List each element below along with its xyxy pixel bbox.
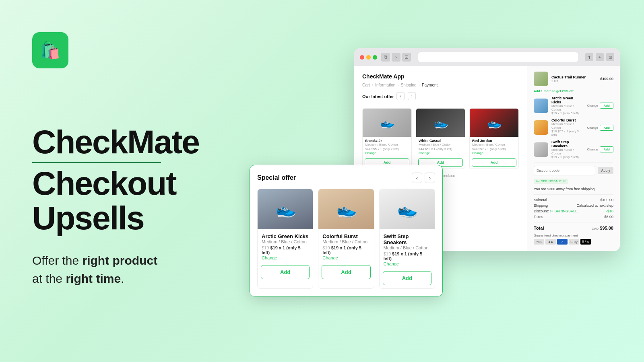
latest-offer-label: Our latest offer (362, 94, 394, 99)
popup-add-swift[interactable]: Add (383, 271, 431, 285)
left-panel: 🛍️ CheckMate Checkout Upsells Offer the … (32, 32, 233, 288)
remove-coupon-icon[interactable]: ✕ (563, 179, 566, 183)
mastercard-icon: ●● (545, 239, 556, 245)
discount-input[interactable] (534, 166, 595, 175)
change-link-swift[interactable]: Change (587, 148, 598, 151)
popup-change-colorful[interactable]: Change (322, 255, 369, 260)
apply-button[interactable]: Apply (598, 167, 613, 174)
product-card-jordan: 👟 Red Jordan Medium / Blue / Cotton $44 … (469, 108, 519, 169)
popup-product-price: $19 $19 x 1 (only 5 left) (262, 245, 309, 255)
summary-total: Total CAD $95.00 (534, 226, 613, 230)
upsell-banner[interactable]: Add 1 more to get 20% off (534, 89, 613, 93)
checkout-right-panel: Cactus Trail Runner 2 left $100.00 Add 1… (527, 66, 620, 251)
divider (534, 222, 613, 222)
offer-nav-row: Our latest offer ‹ › (362, 92, 519, 104)
breadcrumb: Cart › Information › Shipping › Payment (362, 83, 519, 87)
product-price: $44 $57 x 1 (only 5 left) (472, 147, 516, 151)
offer-nav: ‹ › (396, 92, 416, 100)
minimize-dot[interactable] (366, 55, 371, 60)
browser-navigation: ⧉ › ⊡ (381, 53, 411, 62)
popup-product-price: $19 $19 x 1 (only 5 left) (322, 245, 369, 255)
divider (534, 194, 613, 195)
product-name: Red Jordan (472, 139, 516, 143)
coupon-tag: 🏷 SPRINGSALE ✕ (534, 179, 568, 184)
popup-add-colorful[interactable]: Add (322, 265, 370, 279)
browser-traffic-lights (360, 55, 377, 60)
fullscreen-dot[interactable] (373, 55, 377, 60)
popup-product-arctic: 👟 Arctic Green Kicks Medium / Blue / Cot… (257, 189, 313, 289)
order-item-colorful: Colorful Burst Medium / Blue / Cotton $1… (534, 118, 613, 137)
url-bar[interactable] (418, 52, 578, 62)
popup-add-arctic[interactable]: Add (261, 265, 310, 279)
product-card-white: 👟 White Casual Medium / Blue / Cotton $4… (416, 108, 465, 169)
discount-row: Apply (534, 166, 613, 175)
popup-img-arctic: 👟 (258, 189, 313, 229)
add-button-jordan[interactable]: Add (472, 158, 516, 167)
popup-change-arctic[interactable]: Change (262, 255, 309, 260)
next-popup-button[interactable]: › (425, 173, 435, 183)
product-variant: Medium / Blue / Cotton (365, 143, 409, 146)
summary-subtotal: Subtotal $100.00 (534, 198, 613, 202)
product-img-jordan: 👟 (470, 109, 518, 137)
new-tab-icon[interactable]: + (596, 53, 604, 61)
summary-discount: Discount: 🏷 SPRINGSALE -$10 (534, 209, 613, 213)
prev-offer-button[interactable]: ‹ (396, 92, 405, 100)
product-price: $44 $50 x 1 (only 3 left) (419, 147, 462, 151)
browser-bar: ⧉ › ⊡ ⬆ + ⊡ (354, 48, 620, 66)
tab-button[interactable]: ⊡ (402, 53, 411, 62)
popup-product-name: Swift Step Sneakers (384, 233, 431, 245)
amex-icon: A (557, 239, 568, 245)
product-name: Sneakz Jr (365, 139, 409, 143)
prev-popup-button[interactable]: ‹ (412, 173, 422, 183)
change-link[interactable]: Change (472, 151, 516, 155)
popup-product-variant: Medium / Blue / Cotton (262, 239, 309, 244)
free-shipping-message: You are $300 away from free shipping! (534, 187, 613, 191)
change-link[interactable]: Change (365, 151, 409, 155)
order-item-swift: Swift Step Sneakers Medium / Blue / Cott… (534, 140, 613, 159)
next-offer-button[interactable]: › (408, 92, 416, 100)
add-btn-swift[interactable]: Add (600, 146, 613, 152)
back-button[interactable]: ⧉ (381, 53, 390, 62)
item-img-arctic (534, 99, 548, 113)
guaranteed-payment-label: Guaranteed checkout payment (534, 234, 613, 237)
add-btn-arctic[interactable]: Add (600, 103, 613, 109)
checkout-title: CheckMate App (362, 73, 519, 80)
logo-icon: 🛍️ (40, 41, 60, 60)
app-logo: 🛍️ (32, 32, 68, 68)
change-link-arctic[interactable]: Change (587, 104, 598, 107)
add-btn-colorful[interactable]: Add (600, 125, 613, 131)
checkout-products-grid: 👟 Sneakz Jr Medium / Blue / Cotton $44 $… (362, 108, 519, 169)
product-name: White Casual (419, 139, 462, 143)
brand-underline (32, 162, 161, 163)
payment-icons: VISA ●● A GPay ⌘Pay (534, 239, 613, 245)
main-item-name: Cactus Trail Runner (551, 75, 597, 79)
popup-product-swift: 👟 Swift Step Sneakers Medium / Blue / Co… (379, 189, 435, 289)
change-link-colorful[interactable]: Change (587, 126, 598, 130)
popup-product-variant: Medium / Blue / Cotton (384, 245, 431, 250)
order-item-arctic: Arctic Green Kicks Medium / Blue / Cotto… (534, 96, 613, 115)
product-variant: Medium / Blue / Cotton (419, 143, 462, 146)
product-img-white: 👟 (416, 109, 465, 137)
applepay-icon: ⌘Pay (580, 239, 591, 245)
product-price: $44 $55 x 1 (only 2 left) (365, 147, 409, 151)
item-img-swift (534, 142, 548, 157)
bookmark-icon[interactable]: ⊡ (606, 53, 614, 61)
share-icon[interactable]: ⬆ (585, 53, 593, 61)
item-img-colorful (534, 120, 548, 135)
tagline: Offer the right product at the right tim… (32, 251, 233, 288)
popup-product-price: $19 $19 x 1 (only 5 left) (384, 251, 431, 261)
product-variant: Medium / Blue / Cotton (472, 143, 516, 146)
popup-img-swift: 👟 (380, 189, 435, 229)
popup-header: Special offer ‹ › (257, 173, 435, 183)
forward-button[interactable]: › (392, 53, 400, 62)
popup-product-name: Arctic Green Kicks (262, 233, 309, 239)
close-dot[interactable] (360, 55, 364, 60)
popup-change-swift[interactable]: Change (384, 261, 431, 266)
main-item-qty: 2 left (551, 79, 597, 83)
main-item-img (534, 72, 548, 86)
visa-icon: VISA (534, 239, 544, 245)
special-offer-popup: Special offer ‹ › 👟 Arctic Green Kicks M… (250, 165, 443, 296)
change-link[interactable]: Change (419, 151, 462, 155)
product-img-sneakz: 👟 (363, 109, 411, 137)
popup-product-name: Colorful Burst (322, 233, 369, 239)
